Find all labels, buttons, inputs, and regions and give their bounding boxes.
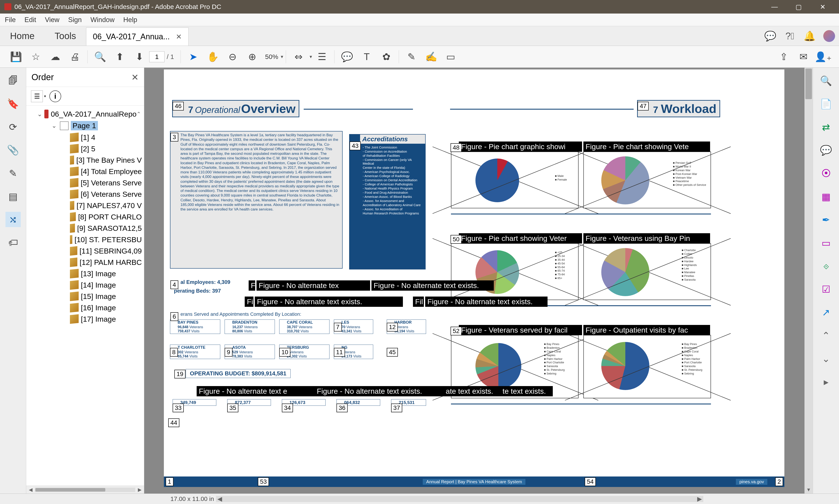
tree-item[interactable]: [1] 4 xyxy=(29,132,142,143)
tab-document[interactable]: 06_VA-2017_Annua... ✕ xyxy=(86,28,189,46)
more-tools-up-icon[interactable]: ⌃ xyxy=(818,327,834,343)
cloud-upload-icon[interactable]: ☁ xyxy=(46,49,65,65)
page-input[interactable] xyxy=(149,51,164,62)
order-tag[interactable]: 12 xyxy=(387,323,398,331)
hand-icon[interactable]: ✋ xyxy=(203,49,223,65)
text-tool-icon[interactable]: T xyxy=(357,49,377,65)
collapse-rail-icon[interactable]: ▸ xyxy=(818,374,834,390)
order-tag[interactable]: 4 xyxy=(171,281,178,289)
zoom-label[interactable]: 50% xyxy=(265,53,278,60)
maximize-button[interactable]: ▢ xyxy=(787,0,810,14)
order-tag[interactable]: 50 xyxy=(451,235,462,244)
tree-item[interactable]: [6] Veterans Serve xyxy=(29,188,142,200)
comment-tool-icon[interactable]: 💬 xyxy=(818,142,834,158)
reflow-icon[interactable]: ⟳ xyxy=(5,119,21,134)
hscroll[interactable]: ◀ ▶ xyxy=(216,496,703,502)
order-tag[interactable]: 10 xyxy=(279,348,291,357)
prepare-form-icon[interactable]: ☑ xyxy=(818,281,834,297)
print-icon[interactable]: 🖨 xyxy=(65,49,85,65)
create-pdf-icon[interactable]: 📄 xyxy=(818,96,834,112)
save-icon[interactable]: 💾 xyxy=(6,49,26,65)
panel-options-icon[interactable]: ☰ xyxy=(31,90,43,102)
order-tree[interactable]: ⌄06_VA-2017_AnnualRepo⌃ ⌄Page 1 [1] 4 [2… xyxy=(26,106,144,486)
menu-window[interactable]: Window xyxy=(90,16,115,24)
order-tag[interactable]: 2 xyxy=(775,478,783,486)
order-tag[interactable]: 9 xyxy=(225,348,232,357)
export-pdf-icon[interactable]: ⇄ xyxy=(818,119,834,135)
signatures-icon[interactable]: ✎ xyxy=(5,165,21,181)
menu-view[interactable]: View xyxy=(45,16,59,24)
order-tag[interactable]: 47 xyxy=(637,102,649,110)
order-tag[interactable]: 52 xyxy=(451,327,462,336)
account-avatar[interactable] xyxy=(819,26,839,46)
menu-edit[interactable]: Edit xyxy=(24,16,36,24)
tree-item[interactable]: [12] PALM HARBC xyxy=(29,257,142,268)
order-tag[interactable]: 8 xyxy=(170,348,178,357)
order-tag[interactable]: 46 xyxy=(173,102,184,110)
organize-icon[interactable]: ▦ xyxy=(818,189,834,204)
tree-item[interactable]: [15] Image xyxy=(29,291,142,302)
order-tag[interactable]: 36 xyxy=(336,403,348,412)
layers-icon[interactable]: ▤ xyxy=(5,189,21,204)
tree-item[interactable]: [2] 5 xyxy=(29,143,142,155)
magnify-icon[interactable]: 🔍 xyxy=(818,73,834,89)
tree-item[interactable]: [3] The Bay Pines V xyxy=(29,155,142,166)
panel-close-icon[interactable]: ✕ xyxy=(131,72,139,82)
prev-page-icon[interactable]: ⬆ xyxy=(110,49,129,65)
order-tag[interactable]: 37 xyxy=(391,403,402,412)
order-tag[interactable]: 33 xyxy=(173,403,184,412)
tab-home[interactable]: Home xyxy=(0,26,45,46)
tree-item[interactable]: [9] SARASOTA12,5 xyxy=(29,222,142,234)
tree-page[interactable]: ⌄Page 1 xyxy=(29,120,142,132)
order-tag[interactable]: 3 xyxy=(171,133,178,142)
order-tag[interactable]: 45 xyxy=(387,348,398,357)
order-tag[interactable]: 34 xyxy=(282,403,293,412)
notifications-icon[interactable]: 🔔 xyxy=(800,26,819,46)
redact-icon[interactable]: ▭ xyxy=(441,49,460,65)
order-tag[interactable]: 54 xyxy=(585,478,596,486)
tab-tools[interactable]: Tools xyxy=(45,26,86,46)
sign-icon[interactable]: ✍ xyxy=(421,49,441,65)
tree-item[interactable]: [13] Image xyxy=(29,268,142,279)
redact-tool-icon[interactable]: ▭ xyxy=(818,235,834,251)
vscroll[interactable]: ▲ ▼ xyxy=(804,68,813,493)
order-tag[interactable]: 1 xyxy=(165,478,174,486)
help-icon[interactable]: ?⃝ xyxy=(780,26,800,46)
panel-info-icon[interactable]: i xyxy=(49,90,61,102)
zoom-dropdown-icon[interactable]: ▾ xyxy=(281,54,283,60)
stamp-icon[interactable]: ✿ xyxy=(377,49,396,65)
email-icon[interactable]: ✉ xyxy=(793,49,813,65)
order-tag[interactable]: 53 xyxy=(258,478,269,486)
highlight-icon[interactable]: ✎ xyxy=(402,49,421,65)
menu-file[interactable]: File xyxy=(5,16,16,24)
add-person-icon[interactable]: 👤₊ xyxy=(813,49,833,65)
tree-root[interactable]: ⌄06_VA-2017_AnnualRepo⌃ xyxy=(29,108,142,120)
tree-item[interactable]: [11] SEBRING4,09 xyxy=(29,245,142,257)
zoom-out-icon[interactable]: ⊖ xyxy=(223,49,242,65)
tags-icon[interactable]: 🏷 xyxy=(5,235,21,250)
more-tools-down-icon[interactable]: ⌄ xyxy=(818,351,834,366)
share-icon[interactable]: ⇪ xyxy=(774,49,793,65)
tree-item[interactable]: [14] Image xyxy=(29,279,142,291)
attachments-icon[interactable]: 📎 xyxy=(5,142,21,158)
next-page-icon[interactable]: ⬇ xyxy=(129,49,149,65)
menu-sign[interactable]: Sign xyxy=(68,16,82,24)
send-comments-icon[interactable]: ↗ xyxy=(818,304,834,320)
fit-dropdown-icon[interactable]: ▾ xyxy=(310,54,312,60)
order-tag[interactable]: 35 xyxy=(227,403,238,412)
document-viewport[interactable]: 46 7Operational Overview 47 7 Workload 3… xyxy=(144,68,813,493)
accessibility-icon[interactable]: ⦿ xyxy=(818,165,834,181)
close-button[interactable]: ✕ xyxy=(810,0,835,14)
order-tag[interactable]: 43 xyxy=(350,142,361,150)
read-mode-icon[interactable]: ☰ xyxy=(312,49,332,65)
order-tag[interactable]: 48 xyxy=(451,143,462,152)
fill-sign-icon[interactable]: ✒ xyxy=(818,212,834,228)
star-icon[interactable]: ☆ xyxy=(26,49,46,65)
search-icon[interactable]: 🔍 xyxy=(90,49,110,65)
tree-item[interactable]: [7] NAPLES7,470 V xyxy=(29,200,142,211)
bookmarks-icon[interactable]: 🔖 xyxy=(5,96,21,111)
minimize-button[interactable]: — xyxy=(763,0,787,14)
chat-icon[interactable]: 💬 xyxy=(761,26,780,46)
pointer-icon[interactable]: ➤ xyxy=(183,49,203,65)
order-tag[interactable]: 19 xyxy=(174,370,186,378)
